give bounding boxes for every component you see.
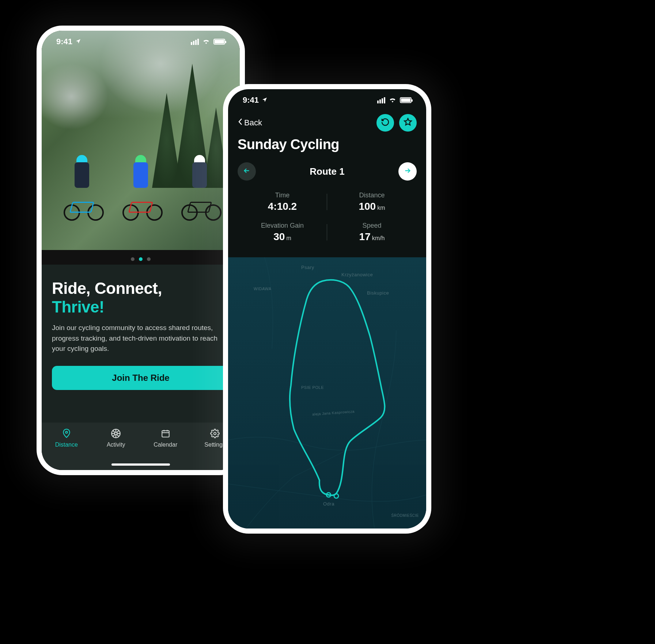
stat-unit: km/h [372,235,385,241]
headline-line1: Ride, Connect, [52,279,162,297]
route-map[interactable]: Psary Krzyżanowice WIDAWA Biskupice PSIE… [228,257,426,529]
body-text: Join our cycling community to access sha… [52,323,230,354]
arrow-right-icon [404,167,412,176]
favorite-button[interactable] [399,114,417,132]
wheel-icon [110,428,122,439]
cellular-signal-icon [191,39,199,45]
arrow-left-icon [243,167,251,176]
tab-label: Activity [107,442,125,448]
tab-distance[interactable]: Distance [48,428,85,448]
stat-value: 17 [359,231,371,242]
page-title: Sunday Cycling [238,137,339,152]
wifi-icon [202,37,210,46]
phone-mockup-right: 9:41 Back [223,84,431,534]
stat-time: Time 4:10.2 [238,192,327,212]
stat-value: 100 [359,201,376,212]
map-pin-icon [61,428,72,439]
refresh-button[interactable] [376,114,394,132]
tab-bar: Distance Activity Calendar Settings [42,423,240,470]
status-time: 9:41 [243,95,259,105]
cyclist-illustration [119,155,163,221]
route-navigator: Route 1 [238,162,417,181]
join-the-ride-button[interactable]: Join The Ride [52,366,230,390]
location-arrow-icon [75,37,81,46]
svg-point-4 [214,432,216,435]
status-bar: 9:41 [228,89,426,111]
star-icon [404,118,412,128]
carousel-dot[interactable] [147,257,151,261]
route-path [228,257,426,528]
phone-screen-left: 9:41 [42,31,240,470]
stat-speed: Speed 17km/h [327,222,417,243]
hero-image [42,31,240,250]
svg-rect-3 [162,431,169,437]
back-label: Back [244,118,262,128]
cellular-signal-icon [377,97,385,103]
stat-label: Distance [327,192,417,199]
svg-point-0 [65,431,67,433]
tab-label: Distance [55,442,78,448]
gear-icon [209,428,221,439]
cyclist-illustration [178,155,222,221]
cyclist-illustration [60,155,104,221]
status-time: 9:41 [56,37,72,46]
phone-mockup-left: 9:41 [37,26,245,475]
chevron-left-icon [238,118,243,128]
status-bar: 9:41 [42,31,240,53]
stat-elevation: Elevation Gain 30m [238,222,327,243]
stat-unit: km [377,205,385,211]
carousel-dots[interactable] [131,257,151,261]
location-arrow-icon [262,95,268,105]
prev-route-button[interactable] [238,162,256,181]
route-name: Route 1 [310,166,344,177]
stat-value: 4:10.2 [238,201,327,212]
tab-calendar[interactable]: Calendar [147,428,184,448]
battery-icon [400,97,412,103]
stat-value: 30 [273,231,285,242]
tab-label: Calendar [154,442,177,448]
carousel-dot-active[interactable] [139,257,143,261]
stat-unit: m [286,235,291,241]
stat-label: Time [238,192,327,199]
wifi-icon [389,95,396,105]
stat-label: Elevation Gain [238,222,327,230]
carousel-dot[interactable] [131,257,135,261]
headline: Ride, Connect, Thrive! [52,279,230,316]
stats-grid: Time 4:10.2 Distance 100km Elevation Gai… [238,192,417,243]
phone-screen-right: 9:41 Back [228,89,426,529]
stat-label: Speed [327,222,417,230]
top-nav: Back [228,114,426,132]
battery-icon [213,39,225,45]
back-button[interactable]: Back [238,118,262,128]
next-route-button[interactable] [398,162,417,181]
refresh-icon [381,118,390,128]
stat-distance: Distance 100km [327,192,417,212]
tab-label: Settings [204,442,226,448]
tab-activity[interactable]: Activity [98,428,134,448]
headline-line2: Thrive! [52,298,104,316]
svg-point-6 [334,494,338,498]
calendar-icon [160,428,171,439]
home-indicator[interactable] [111,463,170,466]
